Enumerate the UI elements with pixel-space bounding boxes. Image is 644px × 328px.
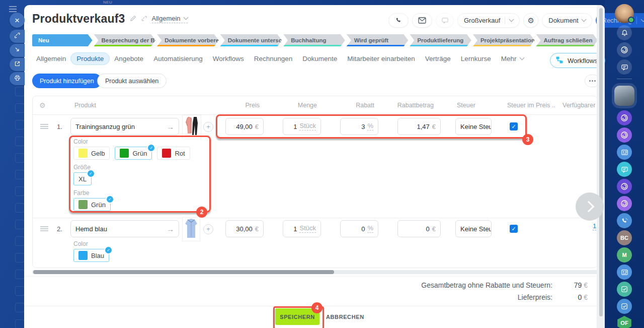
unit-label[interactable]: Stück	[299, 225, 316, 233]
video-icon[interactable]	[15, 137, 25, 146]
analytics-icon[interactable]	[15, 303, 25, 312]
link-icon[interactable]	[141, 15, 147, 24]
available-stock-link[interactable]: 1	[593, 222, 596, 230]
copy-link-button[interactable]	[10, 30, 25, 43]
drive-icon[interactable]	[15, 120, 25, 129]
sign-icon[interactable]	[15, 203, 25, 213]
menu-icon[interactable]	[9, 6, 17, 7]
tax-included-checkbox[interactable]	[510, 225, 518, 233]
option-chip-gruen[interactable]: Grün	[115, 147, 152, 160]
chat-item[interactable]	[617, 145, 632, 160]
contact-avatar[interactable]	[614, 86, 634, 106]
tab-mehr[interactable]: Mehr	[501, 55, 524, 62]
chat-item[interactable]	[617, 265, 632, 280]
calendar-icon[interactable]	[15, 103, 25, 113]
task-item[interactable]	[617, 299, 632, 314]
market-icon[interactable]	[15, 220, 25, 229]
add-image-button[interactable]	[203, 122, 213, 132]
automation-icon[interactable]	[15, 253, 25, 263]
chat-item[interactable]	[617, 196, 632, 211]
stage-1[interactable]: Neu	[32, 34, 93, 46]
settings-icon[interactable]	[15, 319, 25, 328]
edit-title-icon[interactable]	[130, 15, 136, 24]
chat-item[interactable]	[617, 162, 632, 177]
email-button[interactable]	[412, 13, 432, 28]
tab-allgemein[interactable]: Allgemein	[36, 55, 66, 62]
option-chip-gelb[interactable]: Gelb	[73, 147, 110, 160]
category-selector[interactable]: Allgemein	[152, 15, 188, 23]
tab-vertr-ge[interactable]: Verträge	[425, 55, 451, 62]
workgroup-of[interactable]: OF	[617, 316, 632, 328]
product-name-input[interactable]: Trainingsanzug grün	[70, 118, 179, 135]
unit-label[interactable]: Stück	[299, 122, 316, 130]
next-item-button[interactable]	[576, 192, 604, 221]
discount-amount-input[interactable]: 0€	[397, 220, 441, 237]
chat-item[interactable]	[617, 179, 632, 194]
add-image-button[interactable]	[203, 224, 213, 234]
stage-5[interactable]: Buchhaltung	[283, 34, 345, 46]
stage-9[interactable]: Auftrag schließen	[536, 34, 598, 46]
documents-icon[interactable]	[15, 87, 25, 96]
open-new-window-button[interactable]	[10, 58, 25, 71]
tax-included-checkbox[interactable]	[510, 122, 518, 130]
option-chip-rot[interactable]: Rot	[157, 147, 190, 160]
stage-6[interactable]: Wird geprüft	[347, 34, 409, 46]
tax-select[interactable]: Keine Steuern	[455, 220, 492, 237]
document-button[interactable]: Dokument	[542, 13, 592, 28]
tab-workflows[interactable]: Workflows	[213, 55, 244, 62]
tab-rechnungen[interactable]: Rechnungen	[254, 55, 293, 62]
discount-unit-label[interactable]: %	[367, 122, 373, 130]
option-chip-xl[interactable]: XL	[73, 172, 92, 185]
discount-input[interactable]: 3%	[340, 118, 378, 135]
product-image-shirt[interactable]	[182, 217, 200, 241]
sales-icon[interactable]	[15, 286, 25, 296]
messenger-icon[interactable]	[15, 186, 25, 196]
tab-angebote[interactable]: Angebote	[114, 55, 143, 62]
stage-2[interactable]: Besprechung der Bes...	[94, 34, 156, 46]
close-button[interactable]	[10, 13, 25, 28]
stage-7[interactable]: Produktlieferung	[410, 34, 471, 46]
option-chip-blau[interactable]: Blau	[73, 249, 109, 262]
horizontal-scrollbar-thumb[interactable]	[33, 270, 334, 274]
tasks-icon[interactable]	[15, 153, 25, 163]
tab-mitarbeiter-einarbeiten[interactable]: Mitarbeiter einarbeiten	[347, 55, 415, 62]
user-avatar[interactable]	[615, 4, 634, 23]
vertical-scrollbar-thumb[interactable]	[599, 8, 603, 316]
quantity-input[interactable]: 1Stück	[283, 118, 321, 135]
drag-handle[interactable]	[40, 124, 48, 125]
settings-button[interactable]	[523, 13, 538, 28]
product-image-tracksuit[interactable]	[182, 115, 201, 139]
product-name-input[interactable]: Hemd blau	[70, 220, 179, 237]
call-item[interactable]	[617, 213, 632, 228]
chats-button[interactable]	[617, 59, 632, 75]
drag-handle[interactable]	[40, 226, 48, 227]
add-product-button[interactable]: Produkt hinzufügen	[32, 74, 102, 88]
tax-select[interactable]: Keine Steuern	[455, 118, 492, 135]
chat-item[interactable]	[617, 110, 632, 125]
price-input[interactable]: 30,00€	[225, 220, 264, 237]
minimize-button[interactable]	[10, 44, 25, 57]
stage-8[interactable]: Projektpräsentation	[473, 34, 535, 46]
stage-3[interactable]: Dokumente vorbereit...	[157, 34, 219, 46]
files-icon[interactable]	[15, 236, 25, 246]
discount-input[interactable]: 0%	[340, 220, 378, 237]
chat-item-m[interactable]: M	[617, 247, 632, 263]
chat-item-bc[interactable]: BC	[617, 230, 632, 245]
discount-unit-label[interactable]: %	[367, 225, 373, 233]
price-input[interactable]: 49,00€	[225, 118, 264, 135]
select-product-button[interactable]: Produkt auswählen	[97, 74, 167, 88]
contact-center-icon[interactable]	[15, 270, 25, 279]
funnel-selector[interactable]: Großverkauf	[457, 13, 520, 28]
cancel-button[interactable]: ABBRECHEN	[326, 308, 364, 325]
print-button[interactable]	[10, 72, 25, 85]
notifications-button[interactable]	[617, 25, 632, 40]
option-chip-farbe-gruen[interactable]: Grün	[73, 198, 111, 211]
tab-dokumente[interactable]: Dokumente	[302, 55, 337, 62]
call-button[interactable]	[388, 13, 409, 28]
tab-produkte[interactable]: Produkte	[70, 52, 110, 65]
open-product-icon[interactable]	[167, 122, 174, 131]
chat-item[interactable]	[617, 127, 632, 143]
stage-4[interactable]: Dokumente untersch...	[220, 34, 282, 46]
tab-lernkurse[interactable]: Lernkurse	[461, 55, 491, 62]
open-product-icon[interactable]	[167, 225, 174, 233]
